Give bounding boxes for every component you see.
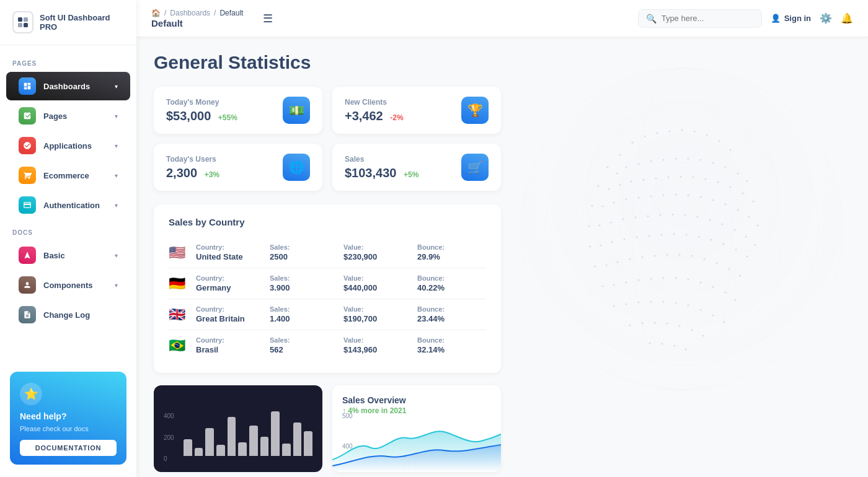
main-content: 🏠 / Dashboards / Default Default ☰ 🔍 👤 S… xyxy=(136,0,868,477)
sidebar-item-components[interactable]: Components ▾ xyxy=(6,271,130,299)
bounce-de: Bounce: 40.22% xyxy=(417,274,486,292)
svg-point-72 xyxy=(672,214,674,216)
sales-icon: 🛒 xyxy=(461,154,489,181)
svg-point-123 xyxy=(663,301,665,303)
svg-point-85 xyxy=(649,235,650,237)
svg-point-114 xyxy=(688,279,689,281)
svg-point-65 xyxy=(588,225,590,227)
country-us: Country: United State xyxy=(196,243,265,261)
svg-point-103 xyxy=(704,258,706,260)
svg-point-38 xyxy=(619,184,621,186)
stat-card-money-info: Today's Money $53,000 +55% xyxy=(166,98,237,123)
sidebar-item-authentication[interactable]: Authentication ▾ xyxy=(6,191,130,219)
svg-point-94 xyxy=(595,266,596,268)
sales-badge: +5% xyxy=(404,170,418,179)
svg-point-56 xyxy=(663,195,665,196)
sidebar-item-dashboards[interactable]: Dashboards ▾ xyxy=(6,72,130,100)
svg-point-64 xyxy=(757,225,759,227)
svg-point-9 xyxy=(632,68,732,390)
svg-point-79 xyxy=(755,244,756,246)
globe-decoration xyxy=(496,37,868,434)
changelog-icon xyxy=(19,306,36,323)
svg-point-31 xyxy=(700,159,702,161)
svg-point-83 xyxy=(624,239,626,240)
svg-point-8 xyxy=(620,167,744,291)
stat-cards-row: Today's Money $53,000 +55% 💵 New Clients… xyxy=(154,87,501,191)
svg-point-47 xyxy=(730,186,732,188)
signin-button[interactable]: 👤 Sign in xyxy=(771,14,811,23)
sidebar-item-ecommerce[interactable]: Ecommerce ▾ xyxy=(6,161,130,190)
clients-badge: -2% xyxy=(390,113,403,122)
bounce-us: Bounce: 29.9% xyxy=(417,243,486,261)
logo-icon xyxy=(12,11,33,33)
sidebar-item-applications[interactable]: Applications ▾ xyxy=(6,131,130,160)
help-card-title: Need help? xyxy=(20,411,66,421)
bar-6 xyxy=(238,442,247,457)
sidebar: Soft UI Dashboard PRO PAGES Dashboards ▾… xyxy=(0,0,136,477)
hamburger-icon[interactable]: ☰ xyxy=(263,12,273,25)
svg-point-118 xyxy=(735,299,737,301)
notifications-icon[interactable]: 🔔 xyxy=(841,12,853,24)
stat-card-sales: Sales $103,430 +5% 🛒 xyxy=(332,144,501,191)
bar-chart-card: 400 200 0 xyxy=(154,385,322,472)
bar-5 xyxy=(228,417,236,456)
svg-point-131 xyxy=(654,322,656,324)
svg-point-36 xyxy=(598,185,600,187)
svg-point-16 xyxy=(657,133,658,134)
svg-point-139 xyxy=(685,349,687,351)
sidebar-item-pages[interactable]: Pages ▾ xyxy=(6,102,130,130)
svg-point-70 xyxy=(647,216,649,217)
svg-point-54 xyxy=(638,197,640,199)
search-box: 🔍 xyxy=(638,9,762,28)
components-icon xyxy=(19,276,36,294)
svg-point-108 xyxy=(613,284,615,286)
settings-icon[interactable]: ⚙️ xyxy=(820,12,832,24)
svg-point-12 xyxy=(521,68,843,390)
svg-point-128 xyxy=(724,322,725,323)
pages-chevron-icon: ▾ xyxy=(115,113,118,120)
bar-11 xyxy=(293,422,302,456)
svg-point-40 xyxy=(643,179,645,181)
svg-point-28 xyxy=(663,159,665,161)
sidebar-item-basic[interactable]: Basic ▾ xyxy=(6,241,130,269)
svg-point-23 xyxy=(607,167,609,168)
svg-point-120 xyxy=(626,304,627,305)
breadcrumb: 🏠 / Dashboards / Default xyxy=(151,9,243,17)
svg-point-66 xyxy=(599,225,601,227)
bounce-br: Bounce: 32.14% xyxy=(417,336,486,354)
svg-rect-0 xyxy=(18,17,22,22)
svg-point-100 xyxy=(666,254,668,256)
svg-point-99 xyxy=(654,255,656,257)
stat-card-users: Today's Users 2,300 +3% 🌐 xyxy=(154,144,322,191)
sidebar-item-changelog[interactable]: Change Log xyxy=(6,300,130,329)
svg-point-37 xyxy=(608,188,610,190)
search-input[interactable] xyxy=(662,14,754,23)
flag-us: 🇺🇸 xyxy=(169,245,191,261)
svg-point-21 xyxy=(719,141,720,142)
svg-point-25 xyxy=(626,167,627,168)
svg-point-101 xyxy=(679,254,681,256)
sales-overview-subtitle: ↑ 4% more in 2021 xyxy=(342,406,491,415)
svg-point-4 xyxy=(521,68,843,390)
documentation-button[interactable]: DOCUMENTATION xyxy=(20,440,117,456)
stat-card-clients-label: New Clients xyxy=(345,98,404,107)
ecommerce-chevron-icon: ▾ xyxy=(115,172,118,179)
svg-point-49 xyxy=(753,201,755,203)
svg-point-5 xyxy=(546,93,818,365)
sidebar-item-basic-label: Basic xyxy=(43,251,107,260)
page-title-topbar: Default xyxy=(151,18,243,28)
user-icon: 👤 xyxy=(771,14,781,23)
country-gb: Country: Great Britain xyxy=(196,305,265,323)
value-de: Value: $440,000 xyxy=(343,274,412,292)
svg-point-39 xyxy=(631,181,632,183)
svg-point-122 xyxy=(650,301,652,303)
svg-point-33 xyxy=(725,167,727,168)
logo-text: Soft UI Dashboard PRO xyxy=(40,13,124,32)
stat-card-money-value: $53,000 +55% xyxy=(166,109,237,123)
page-title: General Statistics xyxy=(154,52,851,73)
users-value: 2,300 xyxy=(166,166,197,180)
svg-point-81 xyxy=(600,245,602,247)
svg-point-73 xyxy=(684,214,686,216)
sales-trend-text: 4% more in 2021 xyxy=(348,406,406,415)
svg-point-138 xyxy=(674,345,676,347)
